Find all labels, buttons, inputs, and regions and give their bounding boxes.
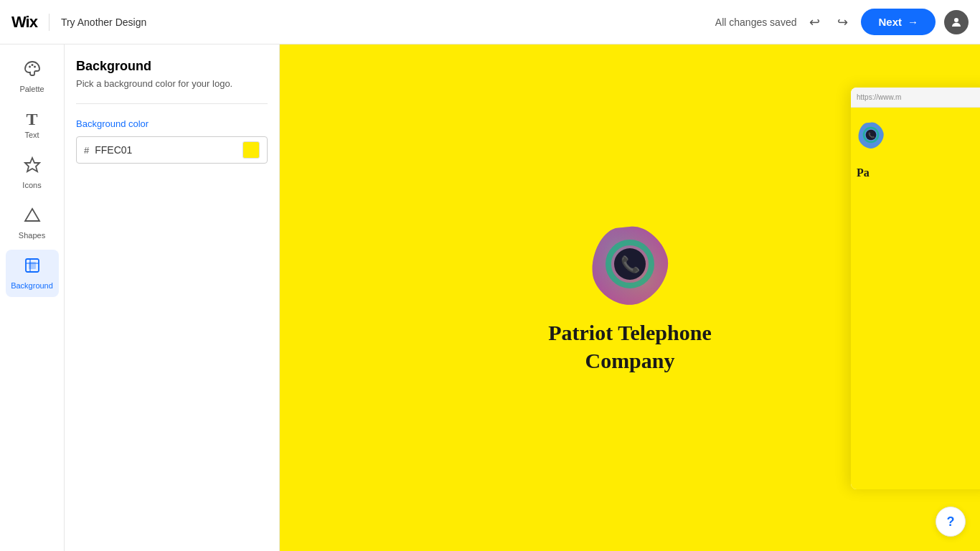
color-hex-input[interactable] (95, 144, 237, 156)
browser-url-text: https://www.m (857, 93, 901, 101)
svg-text:📞: 📞 (620, 255, 640, 274)
browser-url-bar: https://www.m (851, 88, 980, 108)
sidebar-item-icons[interactable]: Icons (6, 149, 59, 197)
text-icon: T (26, 110, 37, 128)
shapes-icon (24, 207, 41, 228)
next-label: Next (878, 16, 902, 28)
save-status: All changes saved (715, 17, 797, 28)
palette-icon (24, 60, 41, 82)
header-right: All changes saved ↩ ↪ Next → (715, 9, 969, 35)
sidebar-item-background[interactable]: Background (6, 250, 59, 297)
logo-company-name: Patriot Telephone Company (548, 319, 712, 375)
redo-button[interactable]: ↪ (833, 10, 852, 34)
background-icon (24, 257, 41, 278)
avatar-button[interactable] (944, 10, 969, 34)
color-input-row[interactable]: # (76, 136, 268, 164)
browser-content: 📞 Pa (851, 108, 980, 489)
palette-label: Palette (19, 85, 44, 93)
header-divider (49, 14, 50, 31)
background-label: Background (11, 281, 53, 290)
shapes-label: Shapes (19, 231, 45, 240)
color-section-label: Background color (76, 118, 268, 129)
sidebar-item-shapes[interactable]: Shapes (6, 199, 59, 247)
panel-title: Background (76, 59, 268, 74)
user-icon (950, 16, 963, 29)
sidebar-icons: Palette T Text Icons Shapes (0, 44, 65, 551)
logo-icon: 📞 (587, 221, 673, 307)
text-label: Text (24, 131, 39, 139)
panel-divider (76, 103, 268, 104)
logo-container: 📞 Patriot Telephone Company (548, 221, 712, 375)
try-another-link[interactable]: Try Another Design (61, 17, 146, 28)
next-button[interactable]: Next → (861, 9, 936, 35)
svg-text:📞: 📞 (868, 132, 875, 138)
sidebar-item-palette[interactable]: Palette (6, 53, 59, 100)
hash-symbol: # (84, 145, 89, 156)
arrow-icon: → (908, 16, 918, 28)
svg-point-0 (954, 18, 958, 22)
browser-partial-text: Pa (857, 152, 885, 179)
panel-description: Pick a background color for your logo. (76, 78, 268, 89)
undo-button[interactable]: ↩ (805, 10, 824, 34)
header: Wix Try Another Design All changes saved… (0, 0, 980, 44)
background-panel: Background Pick a background color for y… (65, 44, 280, 551)
sidebar-item-text[interactable]: T Text (6, 103, 59, 146)
browser-preview-mock: https://www.m 📞 Pa (851, 88, 980, 489)
help-icon: ? (947, 514, 955, 529)
icons-icon (24, 156, 41, 178)
svg-marker-4 (25, 158, 39, 171)
preview-area: 📞 Patriot Telephone Company https://www.… (280, 44, 980, 551)
svg-point-2 (31, 64, 33, 66)
icons-label: Icons (22, 181, 41, 189)
wix-logo: Wix (11, 13, 37, 32)
help-button[interactable]: ? (936, 507, 966, 537)
main-layout: Palette T Text Icons Shapes (0, 44, 980, 551)
undo-icon: ↩ (809, 14, 820, 30)
browser-logo-icon: 📞 (857, 121, 885, 149)
svg-point-3 (34, 66, 36, 68)
color-swatch[interactable] (242, 141, 260, 159)
svg-point-1 (29, 66, 31, 68)
redo-icon: ↪ (837, 14, 848, 30)
